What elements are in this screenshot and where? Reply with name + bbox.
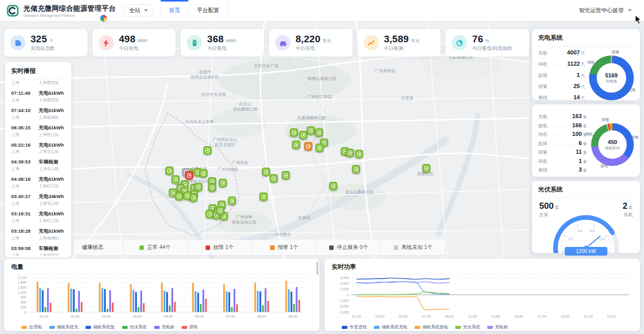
health-label: 报警 1个 (278, 244, 298, 251)
station-marker-green[interactable] (208, 183, 216, 191)
kpi-card-5: 76%今日售电/耗电能效 (446, 29, 529, 57)
legend-swatch (415, 326, 420, 329)
legend-item-光伏系统[interactable]: 光伏系统 (455, 324, 480, 330)
station-marker-green[interactable] (206, 210, 214, 218)
station-marker-green[interactable] (329, 182, 337, 190)
svg-text:08:00: 08:00 (257, 315, 267, 318)
kpi-unit: MWh (137, 38, 148, 43)
charger-glyph-icon (222, 214, 226, 218)
legend-item-储能系统充电[interactable]: 储能系统充电 (374, 324, 407, 330)
kpi-value-row: 325个 (31, 34, 55, 45)
charger-glyph-icon (177, 194, 181, 199)
broadcast-city: 上海 (11, 80, 39, 86)
station-marker-green[interactable] (282, 171, 290, 179)
legend-item-充电桩[interactable]: 充电桩 (487, 324, 508, 330)
panel-stat-row: 故障1只 (538, 72, 585, 83)
broadcast-time: 03:59:08 (11, 245, 39, 252)
legend-item-充电桩[interactable]: 充电桩 (154, 324, 175, 330)
kpi-body: 498MWh今日用电 (119, 34, 148, 52)
svg-text:-1,000: -1,000 (339, 299, 349, 302)
legend-item-储能系统放[interactable]: 储能系统放 (85, 324, 115, 330)
charger-glyph-icon (210, 185, 214, 190)
station-marker-green[interactable] (165, 166, 173, 175)
broadcast-list[interactable]: 07:11:49上海充电61kWh上海普陀站07:11:49上海充电61kWh上… (5, 79, 71, 256)
tab-home[interactable]: 首页 (160, 0, 189, 21)
health-item-故障[interactable]: 故障 1个 (187, 240, 252, 255)
stat-leader (552, 162, 576, 163)
station-marker-green[interactable] (183, 191, 191, 200)
station-marker-green[interactable] (355, 150, 363, 158)
station-marker-green[interactable] (315, 144, 324, 152)
stat-leader (552, 88, 571, 88)
kpi-unit: 个 (49, 38, 54, 44)
kpi-unit: 车次 (323, 38, 331, 44)
station-marker-green[interactable] (228, 197, 236, 205)
health-item-停止服务[interactable]: 停止服务 0个 (316, 240, 380, 255)
station-marker-green[interactable] (346, 149, 354, 157)
legend-item-专变进线[interactable]: 专变进线 (342, 324, 367, 330)
tab-platform-config[interactable]: 平台配置 (189, 0, 228, 21)
energy-bar-chart: 03006009001,2001,5001,8002,10001:0002:00… (11, 274, 311, 322)
station-marker-green[interactable] (203, 146, 212, 154)
broadcast-time: 06:35:15 (11, 125, 39, 131)
station-marker-green[interactable] (422, 164, 430, 172)
legend-swatch (122, 326, 128, 329)
charger-glyph-icon (294, 143, 298, 147)
legend-label: 专变进线 (349, 324, 367, 330)
legend-item-光伏系统[interactable]: 光伏系统 (122, 324, 147, 330)
legend-item-损耗[interactable]: 损耗 (182, 324, 198, 330)
station-marker-green[interactable] (259, 192, 268, 201)
user-menu[interactable]: 智光运营中心超管 (579, 7, 632, 14)
station-marker-green[interactable] (299, 131, 307, 139)
broadcast-city: 上海 (11, 97, 39, 103)
city-map[interactable]: 波溪湾 自然生态保护区白云中央湿地太和文化广场帽峰山森林公园广州商学院七彩斑斓世… (0, 21, 529, 260)
broadcast-event: 充电61kWh (39, 90, 66, 96)
station-marker-green[interactable] (270, 174, 278, 182)
app-logo-icon (7, 5, 19, 17)
panel-stat-row: 报警25只 (538, 83, 585, 94)
kpi-value: 8,220 (296, 34, 320, 45)
legend-item-总用电[interactable]: 总用电 (21, 324, 42, 330)
station-marker-green[interactable] (292, 141, 300, 149)
station-marker-green[interactable] (216, 206, 224, 214)
storage-system-panel: 充电163套放电166套待机100套故障6套报警11套停机1套离线3套 450储… (532, 104, 640, 177)
card-scrollbar[interactable] (316, 262, 318, 275)
station-marker-orange[interactable] (304, 142, 312, 150)
realtime-broadcast-panel: 实时播报 07:11:49上海充电61kWh上海普陀站07:11:49上海充电6… (5, 62, 71, 258)
stat-leader (552, 54, 564, 54)
donut-segment-label: 充电 (628, 88, 636, 93)
broadcast-time: 03:19:31 (11, 211, 39, 217)
station-marker-green[interactable] (175, 192, 183, 200)
chevron-down-icon (144, 9, 148, 12)
charger-glyph-icon (261, 194, 266, 199)
legend-item-储能系统充[interactable]: 储能系统充 (49, 324, 79, 330)
station-marker-green[interactable] (315, 128, 323, 136)
legend-swatch (455, 326, 461, 329)
map-base-tiles (0, 21, 529, 260)
svg-text:13:00: 13:00 (491, 315, 501, 318)
station-marker-green[interactable] (352, 165, 360, 173)
broadcast-time-col: 07:44:10上海 (11, 107, 39, 120)
pv-power-reading-badge: 1200 kW (565, 247, 607, 256)
donut-segment-label: 充电 (631, 135, 639, 140)
health-item-正常[interactable]: 正常 44个 (123, 240, 187, 255)
site-selector-dropdown[interactable]: 全站 (123, 4, 154, 17)
health-item-报警[interactable]: 报警 1个 (252, 240, 316, 255)
station-marker-red[interactable] (185, 171, 193, 179)
legend-item-储能系统放电[interactable]: 储能系统放电 (415, 324, 448, 330)
station-marker-green[interactable] (290, 128, 298, 136)
station-marker-green[interactable] (199, 169, 208, 177)
health-item-离线未知[interactable]: 离线未知 1个 (380, 240, 445, 255)
station-marker-green[interactable] (219, 179, 227, 187)
station-marker-green[interactable] (171, 175, 180, 183)
kpi-value: 325 (31, 34, 47, 45)
broadcast-station: 上海宝山站 (39, 201, 66, 206)
legend-label: 光伏系统 (130, 324, 147, 330)
station-marker-green[interactable] (262, 168, 270, 176)
charger-glyph-icon (317, 146, 321, 150)
svg-text:11:00: 11:00 (468, 315, 477, 318)
charger-glyph-icon (167, 169, 171, 173)
svg-text:2,100: 2,100 (17, 276, 26, 280)
station-marker-green[interactable] (307, 126, 315, 134)
svg-text:02:00: 02:00 (71, 315, 80, 318)
